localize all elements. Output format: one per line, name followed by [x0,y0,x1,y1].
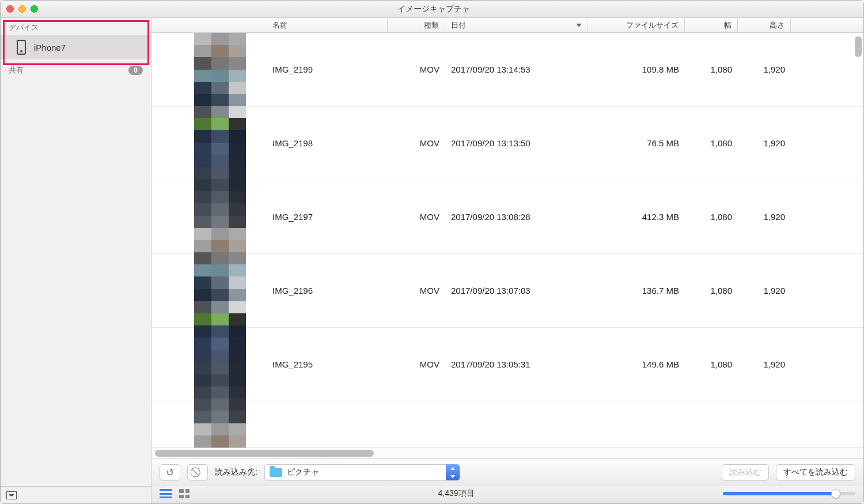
column-name-label: 名前 [272,20,287,31]
table-row[interactable]: IMG_2197MOV2017/09/20 13:08:28412.3 MB1,… [151,180,863,254]
chevron-down-icon [576,24,582,27]
item-count-label: 4,439項目 [196,488,716,499]
sidebar-item-device[interactable]: iPhone7 [1,35,151,59]
import-all-button[interactable]: すべてを読み込む [776,464,855,480]
cell-width: 1,080 [685,138,738,148]
horizontal-scrollbar[interactable] [151,448,863,458]
column-kind[interactable]: 種類 [388,18,445,32]
main-panel: 名前 種類 日付 ファイルサイズ 幅 高さ IMG_2199MOV2017/09… [151,18,863,503]
folder-icon [270,468,282,477]
column-width-label: 幅 [724,20,732,31]
cell-size: 109.8 MB [588,65,685,74]
thumbnail-zoom-slider[interactable] [723,492,855,495]
close-icon[interactable] [6,5,14,13]
cell-height: 1,920 [738,359,791,369]
column-date[interactable]: 日付 [445,18,588,32]
table-row[interactable]: IMG_2199MOV2017/09/20 13:14:53109.8 MB1,… [151,33,863,107]
cell-date: 2017/09/20 13:08:28 [445,212,588,222]
column-thumbnail[interactable] [151,18,267,32]
phone-icon [17,40,26,55]
cell-width: 1,080 [685,65,738,74]
share-count-badge: 0 [128,66,143,75]
zoom-icon[interactable] [31,5,38,13]
rotate-button[interactable]: ↺ [160,464,180,480]
scrollbar-thumb[interactable] [155,450,374,457]
cell-height: 1,920 [738,65,791,74]
toolbar: ↺ ⃠ 読み込み先: ピクチャ 読み込む すべてを読み込む [151,458,863,486]
cell-height: 1,920 [738,212,791,222]
cell-kind: MOV [388,138,445,148]
slider-thumb[interactable] [831,489,840,498]
cell-size: 149.6 MB [588,359,685,369]
list-view-icon[interactable] [160,489,172,498]
cell-date: 2017/09/20 13:07:03 [445,286,588,295]
cell-width: 1,080 [685,359,738,369]
window-controls [6,5,38,13]
app-window: イメージキャプチャ デバイス iPhone7 共有 0 名前 [0,0,864,504]
scrollbar-thumb[interactable] [855,36,862,57]
cell-date: 2017/09/20 13:14:53 [445,65,588,74]
import-to-label: 読み込み先: [215,467,257,478]
cell-size: 136.7 MB [588,286,685,295]
cell-height: 1,920 [738,138,791,148]
cell-name: IMG_2195 [267,359,388,369]
cell-name: IMG_2196 [267,286,388,295]
cell-kind: MOV [388,359,445,369]
sidebar-section-shared[interactable]: 共有 0 [1,59,151,81]
cell-name: IMG_2198 [267,138,388,148]
column-date-label: 日付 [451,20,466,31]
titlebar: イメージキャプチャ [1,1,863,18]
select-stepper-icon [446,464,460,480]
cell-size: 76.5 MB [588,138,685,148]
vertical-scrollbar[interactable] [853,33,863,448]
cell-date: 2017/09/20 13:13:50 [445,138,588,148]
grid-view-icon[interactable] [179,489,190,498]
cell-kind: MOV [388,65,445,74]
share-label: 共有 [9,65,24,75]
window-title: イメージキャプチャ [44,4,823,14]
table-row[interactable]: IMG_2198MOV2017/09/20 13:13:5076.5 MB1,0… [151,107,863,180]
destination-select[interactable]: ピクチャ [264,464,460,480]
sidebar: デバイス iPhone7 共有 0 [1,18,151,503]
column-height[interactable]: 高さ [738,18,791,32]
minimize-icon[interactable] [18,5,26,13]
cell-width: 1,080 [685,212,738,222]
delete-button[interactable]: ⃠ [187,464,208,480]
column-width[interactable]: 幅 [685,18,738,32]
import-button[interactable]: 読み込む [722,464,769,480]
cell-name: IMG_2199 [267,65,388,74]
sidebar-section-devices: デバイス [1,18,151,35]
cell-height: 1,920 [738,286,791,295]
cell-kind: MOV [388,286,445,295]
column-name[interactable]: 名前 [267,18,388,32]
column-kind-label: 種類 [424,20,439,31]
thumbnail-strip [194,33,246,448]
table-row[interactable]: IMG_2196MOV2017/09/20 13:07:03136.7 MB1,… [151,254,863,328]
statusbar: 4,439項目 [151,486,863,503]
sidebar-footer [1,486,151,503]
toggle-info-icon[interactable] [6,491,17,499]
cell-kind: MOV [388,212,445,222]
device-name: iPhone7 [34,43,66,52]
cell-date: 2017/09/20 13:05:31 [445,359,588,369]
cell-width: 1,080 [685,286,738,295]
cell-size: 412.3 MB [588,212,685,222]
table-row[interactable]: IMG_2195MOV2017/09/20 13:05:31149.6 MB1,… [151,328,863,401]
table-body: IMG_2199MOV2017/09/20 13:14:53109.8 MB1,… [151,33,863,448]
table-header: 名前 種類 日付 ファイルサイズ 幅 高さ [151,18,863,33]
column-filesize[interactable]: ファイルサイズ [588,18,685,32]
column-filesize-label: ファイルサイズ [626,20,679,31]
column-height-label: 高さ [770,20,785,31]
destination-value: ピクチャ [287,467,446,478]
cell-name: IMG_2197 [267,212,388,222]
